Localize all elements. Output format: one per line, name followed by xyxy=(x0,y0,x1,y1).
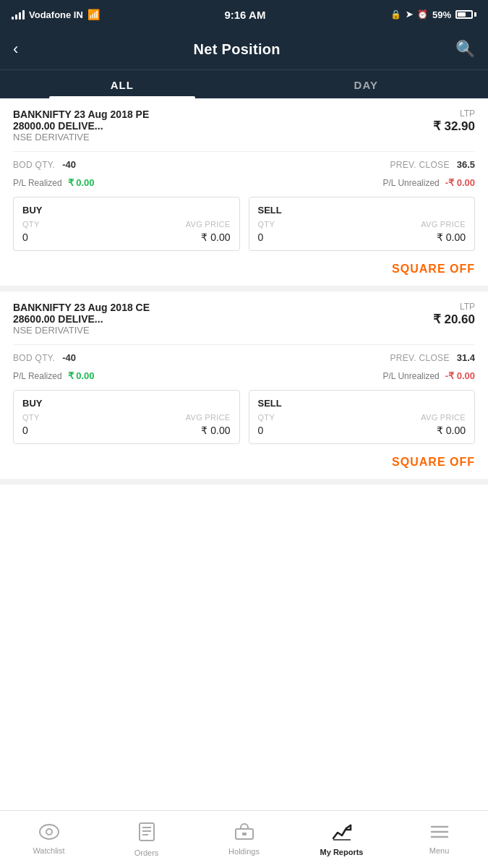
globe-icon[interactable]: 🔍 xyxy=(455,40,475,59)
bod-qty-2: BOD QTY. -40 xyxy=(13,352,76,363)
buy-box-1: BUY QTY 0 AVG PRICE ₹ 0.00 xyxy=(13,197,240,251)
tab-all[interactable]: ALL xyxy=(0,70,244,98)
svg-rect-7 xyxy=(242,833,247,835)
ltp-label-1: LTP xyxy=(433,109,475,119)
pl-row-1: P/L Realized ₹ 0.00 P/L Unrealized -₹ 0.… xyxy=(13,177,475,188)
wifi-icon: 📶 xyxy=(87,9,100,20)
position-exchange-1: NSE DERIVATIVE xyxy=(13,132,242,142)
sell-row-1: QTY 0 AVG PRICE ₹ 0.00 xyxy=(258,220,466,243)
position-ltp-2: ₹ 20.60 xyxy=(433,312,475,327)
bottom-nav: Watchlist Orders Holdings xyxy=(0,810,488,868)
carrier-label: Vodafone IN xyxy=(29,9,83,20)
status-bar-left: Vodafone IN 📶 xyxy=(12,9,100,20)
sell-box-1: SELL QTY 0 AVG PRICE ₹ 0.00 xyxy=(249,197,476,251)
position-name-1: BANKNIFTY 23 Aug 2018 PE 28000.00 DELIVE… xyxy=(13,109,174,132)
battery-icon xyxy=(455,10,476,19)
status-bar-right: 🔒 ➤ ⏰ 59% xyxy=(390,9,476,20)
prev-close-2: PREV. CLOSE 31.4 xyxy=(390,352,475,363)
pl-unrealized-2: P/L Unrealized -₹ 0.00 xyxy=(382,370,475,381)
nav-menu[interactable]: Menu xyxy=(390,811,488,868)
pl-unrealized-1: P/L Unrealized -₹ 0.00 xyxy=(382,177,475,188)
svg-point-0 xyxy=(40,825,59,839)
buy-box-2: BUY QTY 0 AVG PRICE ₹ 0.00 xyxy=(13,390,240,444)
position-meta-row-2: BOD QTY. -40 PREV. CLOSE 31.4 xyxy=(13,344,475,363)
square-off-button-1[interactable]: SQUARE OFF xyxy=(392,263,475,276)
main-content: BANKNIFTY 23 Aug 2018 PE 28000.00 DELIVE… xyxy=(0,98,488,550)
buy-row-1: QTY 0 AVG PRICE ₹ 0.00 xyxy=(22,220,231,243)
position-card-1: BANKNIFTY 23 Aug 2018 PE 28000.00 DELIVE… xyxy=(0,98,488,292)
menu-icon xyxy=(430,824,449,843)
status-time: 9:16 AM xyxy=(224,9,265,21)
holdings-icon xyxy=(234,823,254,843)
watchlist-icon xyxy=(39,824,59,843)
sell-box-2: SELL QTY 0 AVG PRICE ₹ 0.00 xyxy=(249,390,476,444)
myreports-icon xyxy=(332,822,352,844)
header: ‹ Net Position 🔍 xyxy=(0,29,488,69)
alarm-icon: ⏰ xyxy=(417,9,428,20)
position-name-2: BANKNIFTY 23 Aug 2018 CE 28600.00 DELIVE… xyxy=(13,302,174,325)
buy-row-2: QTY 0 AVG PRICE ₹ 0.00 xyxy=(22,413,231,436)
signal-icon xyxy=(12,9,25,20)
position-meta-row-1: BOD QTY. -40 PREV. CLOSE 36.5 xyxy=(13,151,475,170)
nav-holdings[interactable]: Holdings xyxy=(195,811,293,868)
position-card-2: BANKNIFTY 23 Aug 2018 CE 28600.00 DELIVE… xyxy=(0,292,488,485)
location-icon: ➤ xyxy=(406,9,413,20)
lock-icon: 🔒 xyxy=(390,9,401,20)
bod-qty-1: BOD QTY. -40 xyxy=(13,159,76,170)
tab-day[interactable]: DAY xyxy=(244,70,489,98)
square-off-row-1: SQUARE OFF xyxy=(13,260,475,286)
square-off-button-2[interactable]: SQUARE OFF xyxy=(392,456,475,469)
sell-row-2: QTY 0 AVG PRICE ₹ 0.00 xyxy=(258,413,466,436)
status-bar: Vodafone IN 📶 9:16 AM 🔒 ➤ ⏰ 59% xyxy=(0,0,488,29)
orders-icon xyxy=(138,822,155,845)
pl-realized-2: P/L Realized ₹ 0.00 xyxy=(13,370,95,381)
position-header-2: BANKNIFTY 23 Aug 2018 CE 28600.00 DELIVE… xyxy=(13,302,475,343)
prev-close-1: PREV. CLOSE 36.5 xyxy=(390,159,475,170)
nav-holdings-label: Holdings xyxy=(228,847,260,856)
battery-percent: 59% xyxy=(432,9,451,20)
nav-watchlist-label: Watchlist xyxy=(33,846,64,855)
page-title: Net Position xyxy=(194,41,281,58)
nav-orders[interactable]: Orders xyxy=(98,811,195,868)
position-header-1: BANKNIFTY 23 Aug 2018 PE 28000.00 DELIVE… xyxy=(13,109,475,150)
trade-boxes-1: BUY QTY 0 AVG PRICE ₹ 0.00 SELL QTY xyxy=(13,197,475,251)
tab-bar: ALL DAY xyxy=(0,69,488,98)
nav-myreports[interactable]: My Reports xyxy=(293,811,390,868)
nav-watchlist[interactable]: Watchlist xyxy=(0,811,98,868)
nav-orders-label: Orders xyxy=(134,848,159,857)
nav-myreports-label: My Reports xyxy=(320,848,364,856)
svg-point-1 xyxy=(46,829,52,835)
square-off-row-2: SQUARE OFF xyxy=(13,453,475,479)
nav-menu-label: Menu xyxy=(429,846,450,855)
pl-row-2: P/L Realized ₹ 0.00 P/L Unrealized -₹ 0.… xyxy=(13,370,475,381)
position-exchange-2: NSE DERIVATIVE xyxy=(13,325,242,336)
position-ltp-1: ₹ 32.90 xyxy=(433,119,475,134)
ltp-label-2: LTP xyxy=(433,302,475,312)
pl-realized-1: P/L Realized ₹ 0.00 xyxy=(13,177,95,188)
trade-boxes-2: BUY QTY 0 AVG PRICE ₹ 0.00 SELL QTY xyxy=(13,390,475,444)
back-button[interactable]: ‹ xyxy=(13,40,18,59)
